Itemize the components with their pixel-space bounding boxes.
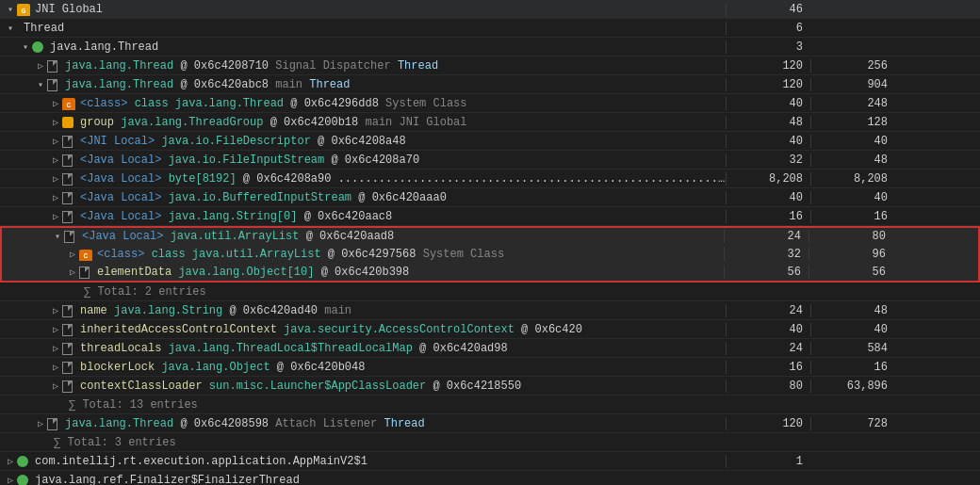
tree-container[interactable]: ▾GJNI Global46▾Thread6▾java.lang.Thread3… <box>0 0 980 485</box>
shallow-size: 40 <box>726 323 810 336</box>
tree-row[interactable]: ▷name java.lang.String @ 0x6c420ad40 mai… <box>0 301 980 320</box>
tree-row[interactable]: ▾java.lang.Thread3 <box>0 38 980 57</box>
toggle-icon[interactable]: ▾ <box>4 4 17 15</box>
row-label: <class> class java.util.ArrayList @ 0x6c… <box>97 248 504 261</box>
doc-icon <box>64 231 79 243</box>
tree-row[interactable]: ▷java.lang.Thread @ 0x6c4208598 Attach L… <box>0 414 980 433</box>
row-label: java.lang.Thread <box>50 40 158 54</box>
toggle-icon[interactable]: ▷ <box>49 154 62 166</box>
tree-row[interactable]: ▷threadLocals java.lang.ThreadLocal$Thre… <box>0 339 980 358</box>
java-class-icon: C <box>79 249 94 261</box>
row-label: inheritedAccessControlContext java.secur… <box>80 323 582 336</box>
row-label: JNI Global <box>35 3 103 16</box>
tree-row[interactable]: ▷contextClassLoader sun.misc.Launcher$Ap… <box>0 377 980 396</box>
tree-row[interactable]: ▷java.lang.Thread @ 0x6c4208710 Signal D… <box>0 57 980 75</box>
toggle-icon[interactable]: ▷ <box>66 249 79 260</box>
retained-size: 128 <box>810 116 895 129</box>
shallow-size: 80 <box>726 380 810 393</box>
retained-size: 256 <box>810 59 895 73</box>
toggle-icon[interactable]: ▾ <box>51 231 64 242</box>
doc-icon <box>62 305 77 317</box>
row-label: Thread <box>24 22 64 35</box>
row-label: <class> class java.lang.Thread @ 0x6c429… <box>80 97 467 110</box>
retained-size: 248 <box>810 97 895 110</box>
class-icon <box>32 41 47 54</box>
tree-row[interactable]: ▷<Java Local> byte[8192] @ 0x6c4208a90 .… <box>0 170 980 188</box>
row-label: java.lang.Thread @ 0x6c4208710 Signal Di… <box>65 59 438 73</box>
tree-row[interactable]: ▾GJNI Global46 <box>0 0 980 19</box>
toggle-icon[interactable]: ▷ <box>49 98 62 109</box>
retained-size: 40 <box>810 191 895 204</box>
toggle-icon[interactable]: ▷ <box>4 456 17 467</box>
toggle-icon[interactable]: ▷ <box>49 173 62 185</box>
shallow-size: 32 <box>726 154 810 167</box>
toggle-icon[interactable]: ▾ <box>4 23 17 34</box>
tree-row[interactable]: ▷elementData java.lang.Object[10] @ 0x6c… <box>0 264 980 283</box>
tree-row[interactable]: ▾Thread6 <box>0 19 980 38</box>
tree-row[interactable]: ▷C<class> class java.lang.Thread @ 0x6c4… <box>0 94 980 113</box>
shallow-size: 40 <box>726 97 810 110</box>
row-label: group java.lang.ThreadGroup @ 0x6c4200b1… <box>80 116 467 129</box>
jni-global-icon: G <box>17 4 32 16</box>
tree-row[interactable]: ∑ Total: 2 entries <box>0 283 980 301</box>
tree-row[interactable]: ▷C<class> class java.util.ArrayList @ 0x… <box>0 245 980 264</box>
toggle-icon[interactable]: ▷ <box>49 343 62 354</box>
toggle-icon[interactable]: ▷ <box>66 267 79 278</box>
tree-row[interactable]: ▷<Java Local> java.io.FileInputStream @ … <box>0 151 980 170</box>
toggle-icon[interactable]: ▷ <box>49 305 62 316</box>
tree-row[interactable]: ▷<Java Local> java.io.BufferedInputStrea… <box>0 188 980 207</box>
doc-icon <box>47 418 62 430</box>
tree-row[interactable]: ▾java.lang.Thread @ 0x6c420abc8 main Thr… <box>0 75 980 94</box>
field-icon <box>79 267 94 279</box>
tree-row[interactable]: ▷inheritedAccessControlContext java.secu… <box>0 320 980 339</box>
doc-icon <box>62 173 77 186</box>
tree-row[interactable]: ∑ Total: 3 entries <box>0 433 980 452</box>
doc-icon <box>62 380 77 393</box>
tree-row[interactable]: ▷<Java Local> java.lang.String[0] @ 0x6c… <box>0 207 980 226</box>
toggle-icon[interactable]: ▾ <box>19 41 32 53</box>
retained-size: 48 <box>810 304 895 317</box>
toggle-icon[interactable]: ▷ <box>49 117 62 128</box>
row-label: elementData java.lang.Object[10] @ 0x6c4… <box>97 266 409 279</box>
toggle-icon[interactable]: ▷ <box>49 136 62 147</box>
retained-size: 728 <box>810 417 895 430</box>
shallow-size: 32 <box>724 248 808 261</box>
row-label: java.lang.ref.Finalizer$FinalizerThread <box>35 474 300 486</box>
toggle-icon[interactable]: ▾ <box>34 79 47 90</box>
tree-row[interactable]: ▷<JNI Local> java.io.FileDescriptor @ 0x… <box>0 132 980 151</box>
toggle-icon[interactable]: ▷ <box>34 60 47 72</box>
toggle-icon[interactable]: ▷ <box>34 418 47 429</box>
tree-row[interactable]: ▾<Java Local> java.util.ArrayList @ 0x6c… <box>0 226 980 245</box>
retained-size: 56 <box>808 266 893 279</box>
toggle-icon[interactable]: ▷ <box>49 192 62 203</box>
row-label: com.intellij.rt.execution.application.Ap… <box>35 455 368 468</box>
row-label: <JNI Local> java.io.FileDescriptor @ 0x6… <box>80 135 406 148</box>
tree-row[interactable]: ▷blockerLock java.lang.Object @ 0x6c420b… <box>0 358 980 377</box>
no-icon <box>17 23 21 35</box>
tree-row[interactable]: ▷group java.lang.ThreadGroup @ 0x6c4200b… <box>0 113 980 132</box>
shallow-size: 1 <box>726 455 810 468</box>
shallow-size: 16 <box>726 361 810 374</box>
tree-row[interactable]: ▷com.intellij.rt.execution.application.A… <box>0 452 980 471</box>
toggle-icon[interactable]: ▷ <box>49 324 62 335</box>
doc-icon <box>62 154 77 167</box>
retained-size: 16 <box>810 361 895 374</box>
toggle-icon[interactable]: ▷ <box>49 380 62 392</box>
class-icon <box>17 475 32 486</box>
doc-icon <box>62 343 77 355</box>
toggle-icon[interactable]: ▷ <box>49 362 62 373</box>
shallow-size: 40 <box>726 191 810 204</box>
tree-row[interactable]: ∑ Total: 13 entries <box>0 396 980 414</box>
shallow-size: 120 <box>726 417 810 430</box>
shallow-size: 8,208 <box>726 172 810 186</box>
no-icon <box>62 399 66 412</box>
row-label: contextClassLoader sun.misc.Launcher$App… <box>80 380 521 393</box>
tree-row[interactable]: ▷java.lang.ref.Finalizer$FinalizerThread <box>0 471 980 485</box>
doc-icon <box>62 324 77 336</box>
toggle-icon[interactable]: ▷ <box>49 211 62 222</box>
retained-size: 48 <box>810 154 895 167</box>
retained-size: 80 <box>808 230 893 243</box>
row-label: ∑ Total: 13 entries <box>69 398 198 412</box>
toggle-icon[interactable]: ▷ <box>4 475 17 486</box>
row-label: ∑ Total: 3 entries <box>54 436 176 449</box>
